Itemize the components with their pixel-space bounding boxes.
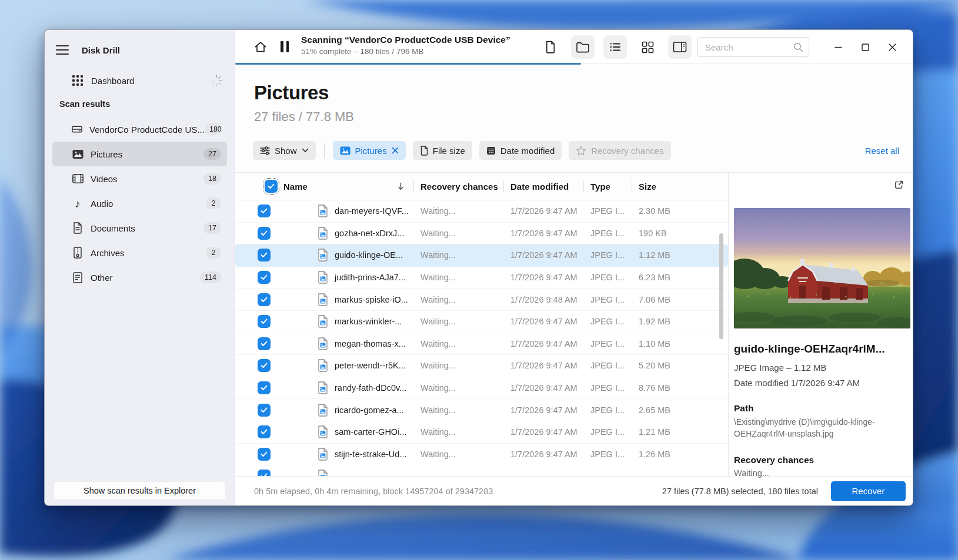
- row-checkbox[interactable]: [258, 227, 271, 240]
- column-header-type[interactable]: Type: [583, 173, 632, 200]
- row-checkbox[interactable]: [258, 249, 271, 261]
- videos-icon: [71, 174, 84, 183]
- open-external-icon[interactable]: [893, 179, 905, 193]
- table-row[interactable]: markus-spiske-iO... Waiting... 1/7/2026 …: [235, 289, 728, 311]
- row-checkbox[interactable]: [258, 404, 271, 417]
- table-row[interactable]: judith-prins-AJa7... Waiting... 1/7/2026…: [235, 267, 728, 289]
- sidebar-item-label: Videos: [91, 174, 118, 184]
- row-checkbox[interactable]: [258, 204, 271, 217]
- table-row[interactable]: markus-winkler-... Waiting... 1/7/2026 9…: [235, 311, 728, 333]
- disk-drill-window: Disk Drill Dashboard Scan result: [44, 29, 913, 506]
- list-view-icon[interactable]: [603, 35, 627, 59]
- reset-all-link[interactable]: Reset all: [865, 146, 900, 156]
- content: Pictures 27 files / 77.8 MB Show: [235, 64, 913, 505]
- preview-recovery-value: Waiting...: [734, 468, 904, 478]
- sidebar-item-dashboard[interactable]: Dashboard: [52, 70, 227, 91]
- preview-panel: guido-klinge-OEHZaqr4rlM... JPEG Image –…: [728, 173, 913, 476]
- sidebar-item-documents[interactable]: Documents 17: [52, 216, 227, 240]
- filter-chip-date-modified[interactable]: Date modified: [479, 141, 562, 160]
- scan-progress-text: 0h 5m elapsed, 0h 4m remaining, block 14…: [254, 487, 493, 496]
- table-row[interactable]: ricardo-gomez-a... Waiting... 1/7/2026 9…: [235, 399, 728, 421]
- table-header: Name Recovery chances Date modified Type…: [235, 173, 728, 200]
- dashboard-grid-icon: [72, 75, 83, 86]
- filter-chip-label: Recovery chances: [591, 146, 663, 156]
- recover-button[interactable]: Recover: [831, 481, 906, 501]
- image-file-icon: [318, 381, 328, 394]
- row-checkbox[interactable]: [258, 381, 271, 394]
- show-filter-label: Show: [275, 146, 297, 156]
- column-header-date-modified[interactable]: Date modified: [503, 173, 583, 200]
- preview-path-value: \Existing\mydrive (D)\img\guido-klinge-O…: [734, 417, 904, 440]
- panel-view-icon[interactable]: [668, 35, 692, 59]
- close-button[interactable]: [879, 35, 906, 59]
- page-subtitle: 27 files / 77.8 MB: [254, 109, 913, 125]
- filter-chip-pictures[interactable]: Pictures: [333, 141, 406, 160]
- audio-icon: ♪: [71, 198, 84, 209]
- table-row[interactable]: megan-thomas-x... Waiting... 1/7/2026 9:…: [235, 333, 728, 356]
- file-icon: [420, 146, 428, 156]
- column-header-size[interactable]: Size: [632, 173, 725, 200]
- pause-scan-icon[interactable]: [281, 41, 289, 52]
- image-file-icon: [318, 425, 328, 438]
- maximize-button[interactable]: [852, 35, 879, 59]
- row-checkbox[interactable]: [258, 359, 271, 372]
- sidebar: Disk Drill Dashboard Scan result: [45, 30, 235, 505]
- table-row-partial[interactable]: [235, 465, 728, 476]
- image-icon: [340, 146, 351, 155]
- close-icon[interactable]: [392, 147, 399, 154]
- row-checkbox[interactable]: [258, 425, 271, 438]
- sidebar-item-pictures[interactable]: Pictures 27: [52, 142, 227, 166]
- row-checkbox[interactable]: [258, 337, 271, 350]
- row-checkbox[interactable]: [258, 315, 271, 328]
- count-badge: 17: [203, 222, 221, 234]
- sidebar-item-videos[interactable]: Videos 18: [52, 166, 227, 191]
- row-checkbox[interactable]: [258, 470, 271, 476]
- sort-descending-icon: [398, 182, 404, 190]
- home-icon[interactable]: [253, 40, 268, 56]
- sidebar-item-other[interactable]: Other 114: [52, 265, 227, 290]
- preview-file-meta: JPEG Image – 1.12 MB: [734, 363, 904, 373]
- search-input[interactable]: [697, 37, 809, 57]
- table-row[interactable]: sam-carter-GHOi... Waiting... 1/7/2026 9…: [235, 421, 728, 444]
- scan-results-section-label: Scan results: [59, 99, 110, 109]
- view-toolbar: [539, 30, 692, 64]
- filter-chip-recovery-chances: Recovery chances: [569, 141, 670, 160]
- sidebar-item-vendorco-device[interactable]: VendorCo ProductCode US... 180: [52, 117, 227, 142]
- row-checkbox[interactable]: [258, 271, 271, 284]
- table-scrollbar-thumb[interactable]: [719, 233, 723, 339]
- table-row-selected[interactable]: guido-klinge-OE... Waiting... 1/7/2026 9…: [235, 244, 728, 267]
- status-bar: 0h 5m elapsed, 0h 4m remaining, block 14…: [235, 476, 913, 505]
- sidebar-item-label: VendorCo ProductCode US...: [89, 125, 205, 135]
- table-row[interactable]: dan-meyers-IQVF... Waiting... 1/7/2026 9…: [235, 200, 728, 223]
- scan-title: Scanning “VendorCo ProductCode USB Devic…: [301, 35, 510, 45]
- sidebar-item-archives[interactable]: Archives 2: [52, 240, 227, 265]
- table-row[interactable]: peter-wendt--r5K... Waiting... 1/7/2026 …: [235, 355, 728, 377]
- calendar-icon: [486, 146, 496, 155]
- column-header-recovery-chances[interactable]: Recovery chances: [413, 173, 503, 200]
- filter-chip-label: Date modified: [500, 146, 555, 156]
- column-header-name[interactable]: Name: [283, 173, 413, 200]
- grid-view-icon[interactable]: [636, 35, 659, 59]
- show-scan-results-in-explorer-button[interactable]: Show scan results in Explorer: [54, 481, 226, 500]
- minimize-button[interactable]: [825, 35, 852, 59]
- table-row[interactable]: stijn-te-strake-Ud... Waiting... 1/7/202…: [235, 444, 728, 466]
- table-row[interactable]: gozha-net-xDrxJ... Waiting... 1/7/2026 9…: [235, 223, 728, 245]
- table-row[interactable]: randy-fath-dDc0v... Waiting... 1/7/2026 …: [235, 377, 728, 400]
- image-file-icon: [318, 470, 328, 476]
- folder-view-icon[interactable]: [571, 35, 595, 59]
- filter-chip-file-size[interactable]: File size: [413, 141, 472, 160]
- sliders-icon: [260, 146, 270, 155]
- select-all-checkbox[interactable]: [265, 180, 278, 193]
- count-badge: 27: [203, 148, 221, 160]
- row-checkbox[interactable]: [258, 448, 271, 461]
- search-icon: [793, 42, 803, 55]
- sidebar-item-audio[interactable]: ♪ Audio 2: [52, 191, 227, 216]
- image-file-icon: [318, 293, 328, 306]
- row-checkbox[interactable]: [258, 293, 271, 306]
- sidebar-item-label: Pictures: [91, 149, 122, 159]
- spacer: [235, 160, 913, 172]
- hamburger-menu-icon[interactable]: [55, 42, 70, 58]
- file-view-icon[interactable]: [539, 35, 562, 59]
- scan-status: Scanning “VendorCo ProductCode USB Devic…: [301, 35, 510, 56]
- show-filter-dropdown[interactable]: Show: [253, 141, 316, 160]
